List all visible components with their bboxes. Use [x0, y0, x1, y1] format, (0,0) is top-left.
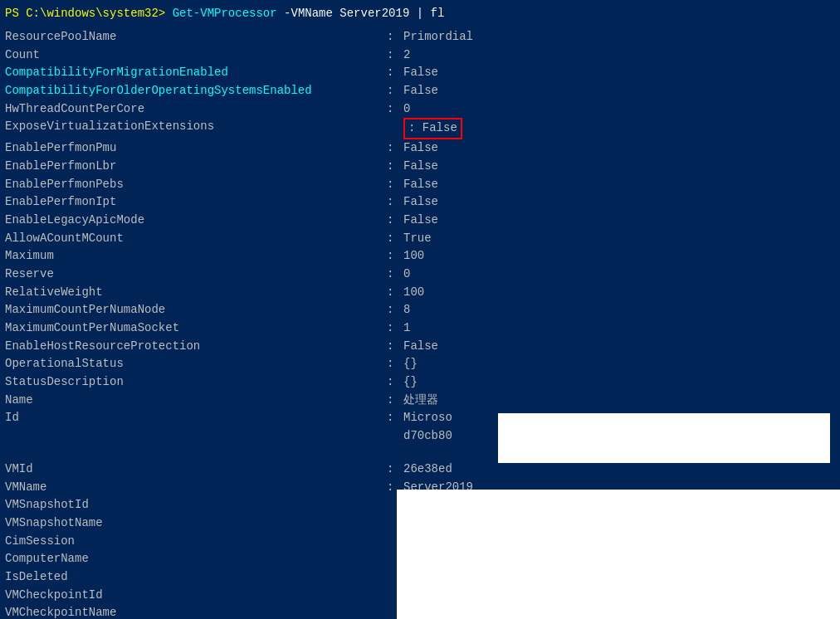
- key-EnablePerfmonIpt: EnablePerfmonIpt: [5, 193, 387, 212]
- key-ExposeVirtualizationExtensions: ExposeVirtualizationExtensions: [5, 118, 387, 139]
- key-AllowACountMCount: AllowACountMCount: [5, 230, 387, 248]
- val-EnablePerfmonPebs: False: [403, 176, 438, 194]
- key-HwThreadCountPerCore: HwThreadCountPerCore: [5, 100, 387, 119]
- prompt-cmd: Get-VMProcessor: [173, 7, 277, 20]
- key-EnablePerfmonLbr: EnablePerfmonLbr: [5, 158, 387, 176]
- val-Reserve: 0: [403, 266, 410, 284]
- key-Count: Count: [5, 46, 387, 65]
- key-CompatibilityForOlderOS: CompatibilityForOlderOperatingSystemsEna…: [5, 82, 387, 100]
- key-MaximumCountPerNumaNode: MaximumCountPerNumaNode: [5, 301, 387, 319]
- key-VMCheckpointId: VMCheckpointId: [5, 587, 387, 605]
- row-ExposeVirtualizationExtensions: ExposeVirtualizationExtensions : False: [5, 118, 835, 139]
- key-MaximumCountPerNumaSocket: MaximumCountPerNumaSocket: [5, 319, 387, 338]
- key-VMId: VMId: [5, 461, 387, 479]
- row-HwThreadCountPerCore: HwThreadCountPerCore : 0: [5, 100, 835, 119]
- row-EnablePerfmonLbr: EnablePerfmonLbr : False: [5, 158, 835, 176]
- val-ResourcePoolName: Primordial: [403, 28, 473, 46]
- key-VMSnapshotName: VMSnapshotName: [5, 514, 387, 533]
- val-CompatibilityForOlderOS: False: [403, 82, 438, 100]
- key-CompatibilityForMigrationEnabled: CompatibilityForMigrationEnabled: [5, 64, 387, 82]
- key-VMSnapshotId: VMSnapshotId: [5, 496, 387, 514]
- row-EnablePerfmonPebs: EnablePerfmonPebs : False: [5, 176, 835, 194]
- key-Name: Name: [5, 392, 387, 410]
- val-MaximumCountPerNumaNode: 8: [403, 301, 410, 319]
- key-EnablePerfmonPebs: EnablePerfmonPebs: [5, 176, 387, 194]
- prompt-arg: Server2019: [339, 7, 409, 20]
- val-Id-partial2: d70cb80: [403, 427, 452, 446]
- row-RelativeWeight: RelativeWeight : 100: [5, 284, 835, 302]
- val-EnablePerfmonLbr: False: [403, 158, 438, 176]
- val-OperationalStatus: {}: [403, 355, 418, 373]
- key-VMName: VMName: [5, 479, 387, 497]
- val-EnableLegacyApicMode: False: [403, 212, 438, 230]
- val-Name: 处理器: [403, 392, 438, 410]
- key-Id: Id: [5, 409, 387, 427]
- key-Reserve: Reserve: [5, 266, 387, 284]
- overlay-box-1: [498, 413, 830, 463]
- row-StatusDescription: StatusDescription : {}: [5, 373, 835, 392]
- prompt-line: PS C:\windows\system32> Get-VMProcessor …: [5, 7, 835, 20]
- val-Count: 2: [403, 46, 410, 65]
- row-OperationalStatus: OperationalStatus : {}: [5, 355, 835, 373]
- key-StatusDescription: StatusDescription: [5, 373, 387, 392]
- val-EnablePerfmonIpt: False: [403, 193, 438, 212]
- key-VMCheckpointName: VMCheckpointName: [5, 604, 387, 619]
- val-RelativeWeight: 100: [403, 284, 424, 302]
- row-CompatibilityForMigrationEnabled: CompatibilityForMigrationEnabled : False: [5, 64, 835, 82]
- terminal-window: PS C:\windows\system32> Get-VMProcessor …: [0, 0, 840, 619]
- val-Maximum: 100: [403, 247, 424, 266]
- val-EnableHostResourceProtection: False: [403, 338, 438, 356]
- key-OperationalStatus: OperationalStatus: [5, 355, 387, 373]
- prompt-format: fl: [431, 7, 445, 20]
- row-MaximumCountPerNumaSocket: MaximumCountPerNumaSocket : 1: [5, 319, 835, 338]
- val-StatusDescription: {}: [403, 373, 418, 392]
- row-VMId: VMId : 26e38ed: [5, 461, 835, 479]
- key-RelativeWeight: RelativeWeight: [5, 284, 387, 302]
- val-VMId: 26e38ed: [403, 461, 452, 479]
- prompt-flag: -VMName: [284, 7, 333, 20]
- key-IsDeleted: IsDeleted: [5, 568, 387, 587]
- key-ResourcePoolName: ResourcePoolName: [5, 28, 387, 46]
- key-Maximum: Maximum: [5, 247, 387, 266]
- prompt-ps: PS C:\windows\system32>: [5, 7, 165, 20]
- row-Reserve: Reserve : 0: [5, 266, 835, 284]
- val-EnablePerfmonPmu: False: [403, 139, 438, 158]
- key-ComputerName: ComputerName: [5, 550, 387, 568]
- row-EnablePerfmonIpt: EnablePerfmonIpt : False: [5, 193, 835, 212]
- val-CompatibilityForMigrationEnabled: False: [403, 64, 438, 82]
- val-ExposeVirtualizationExtensions-highlighted: : False: [403, 118, 462, 139]
- row-Name: Name : 处理器: [5, 392, 835, 410]
- row-EnableHostResourceProtection: EnableHostResourceProtection : False: [5, 338, 835, 356]
- key-Id-cont: [5, 427, 387, 446]
- overlay-box-2: [397, 490, 840, 619]
- row-ResourcePoolName: ResourcePoolName : Primordial: [5, 28, 835, 46]
- row-Maximum: Maximum : 100: [5, 247, 835, 266]
- row-Count: Count : 2: [5, 46, 835, 65]
- prompt-pipe: |: [417, 7, 423, 20]
- row-MaximumCountPerNumaNode: MaximumCountPerNumaNode : 8: [5, 301, 835, 319]
- row-CompatibilityForOlderOS: CompatibilityForOlderOperatingSystemsEna…: [5, 82, 835, 100]
- key-EnablePerfmonPmu: EnablePerfmonPmu: [5, 139, 387, 158]
- key-EnableLegacyApicMode: EnableLegacyApicMode: [5, 212, 387, 230]
- val-MaximumCountPerNumaSocket: 1: [403, 319, 410, 338]
- val-HwThreadCountPerCore: 0: [403, 100, 410, 119]
- row-AllowACountMCount: AllowACountMCount : True: [5, 230, 835, 248]
- val-AllowACountMCount: True: [403, 230, 432, 248]
- row-EnablePerfmonPmu: EnablePerfmonPmu : False: [5, 139, 835, 158]
- key-EnableHostResourceProtection: EnableHostResourceProtection: [5, 338, 387, 356]
- key-CimSession: CimSession: [5, 533, 387, 551]
- row-EnableLegacyApicMode: EnableLegacyApicMode : False: [5, 212, 835, 230]
- val-Id-partial1: Microso: [403, 409, 452, 427]
